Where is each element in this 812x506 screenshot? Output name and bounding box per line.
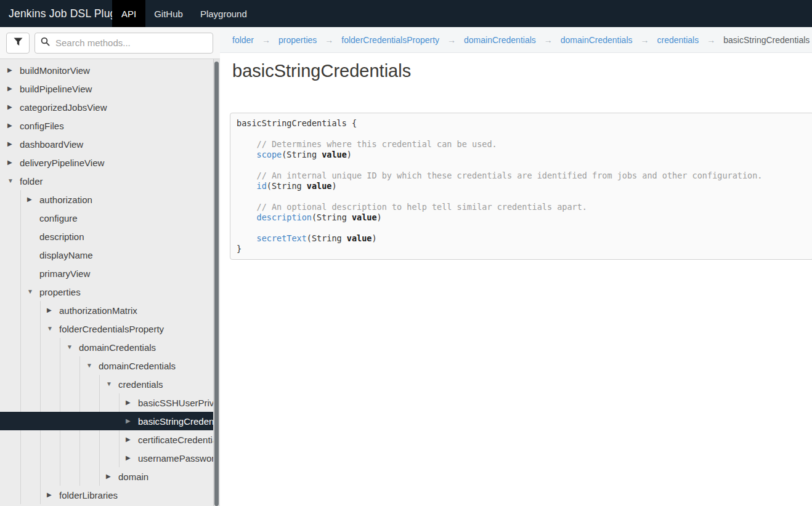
tree-item-categorizedJobsView-2[interactable]: ▶categorizedJobsView: [0, 98, 213, 116]
code-text: [237, 212, 257, 222]
sidebar-scrollbar[interactable]: [213, 59, 220, 506]
tree-item-certificateCredentials-20[interactable]: ▶certificateCredentials: [0, 430, 213, 449]
code-method-id[interactable]: id: [257, 181, 267, 191]
tree-toggle-icon[interactable]: ▶: [7, 159, 20, 166]
breadcrumb-link-credentials-5[interactable]: credentials: [657, 35, 699, 45]
tree-item-label: folderLibraries: [59, 490, 118, 500]
tree-toggle-icon[interactable]: ▶: [126, 418, 138, 424]
tree-item-domain-22[interactable]: ▶domain: [0, 467, 213, 486]
tree-item-label: domainCredentials: [79, 342, 156, 353]
tree-item-domainCredentials-16[interactable]: ▼domainCredentials: [0, 356, 213, 375]
code-text: ): [347, 150, 352, 159]
tree-item-buildPipelineView-1[interactable]: ▶buildPipelineView: [0, 79, 213, 98]
tree-toggle-icon[interactable]: ▶: [47, 307, 59, 313]
tree-toggle-icon[interactable]: ▼: [67, 344, 79, 350]
filter-button[interactable]: [6, 33, 30, 54]
method-tree: ▶buildMonitorView▶buildPipelineView▶cate…: [0, 59, 213, 506]
code-line: secretText(String value): [237, 233, 807, 244]
code-text: [237, 150, 257, 159]
tree-item-label: buildPipelineView: [20, 84, 92, 94]
nav-item-github[interactable]: GitHub: [145, 0, 192, 27]
navbar-menu: APIGitHubPlayground: [112, 0, 256, 27]
funnel-icon: [14, 38, 23, 48]
code-method-secretText[interactable]: secretText: [257, 233, 307, 243]
tree-item-authorizationMatrix-13[interactable]: ▶authorizationMatrix: [0, 301, 213, 319]
tree-toggle-icon[interactable]: ▼: [86, 363, 99, 369]
tree-item-label: certificateCredentials: [138, 435, 213, 445]
tree-toggle-icon[interactable]: ▶: [7, 122, 20, 129]
tree-toggle-icon[interactable]: ▶: [106, 473, 118, 480]
tree-toggle-icon[interactable]: ▶: [47, 492, 59, 498]
tree-toggle-icon[interactable]: ▼: [47, 326, 59, 332]
tree-item-label: domain: [118, 472, 148, 482]
breadcrumb-separator-icon: →: [641, 35, 649, 45]
breadcrumb-separator-icon: →: [707, 35, 715, 45]
code-line: [237, 160, 807, 171]
search-icon: [41, 37, 50, 49]
tree-item-buildMonitorView-0[interactable]: ▶buildMonitorView: [0, 61, 213, 79]
tree-toggle-icon[interactable]: ▼: [27, 289, 39, 295]
breadcrumb-separator-icon: →: [544, 35, 553, 45]
tree-toggle-icon[interactable]: ▶: [126, 400, 138, 406]
tree-toggle-icon[interactable]: ▼: [7, 178, 20, 184]
tree-item-basicSSHUserPrivateKey-18[interactable]: ▶basicSSHUserPrivateKey: [0, 393, 213, 412]
tree-item-description-9[interactable]: description: [0, 227, 213, 246]
tree-item-label: authorizationMatrix: [59, 305, 137, 316]
search-input[interactable]: [54, 37, 207, 49]
tree-item-deliveryPipelineView-5[interactable]: ▶deliveryPipelineView: [0, 153, 213, 172]
code-method-description[interactable]: description: [257, 212, 312, 222]
tree-item-label: description: [39, 231, 84, 242]
breadcrumb-link-domainCredentials-3[interactable]: domainCredentials: [464, 35, 536, 45]
breadcrumb-link-folderCredentialsProperty-2[interactable]: folderCredentialsProperty: [341, 35, 439, 45]
tree-item-domainCredentials-15[interactable]: ▼domainCredentials: [0, 338, 213, 356]
tree-item-folder-6[interactable]: ▼folder: [0, 172, 213, 190]
tree-item-label: displayName: [39, 250, 93, 260]
tree-item-folderLibraries-23[interactable]: ▶folderLibraries: [0, 486, 213, 504]
breadcrumb-link-folder-0[interactable]: folder: [232, 35, 254, 45]
tree-item-authorization-7[interactable]: ▶authorization: [0, 190, 213, 209]
main-content: folder→properties→folderCredentialsPrope…: [220, 27, 812, 506]
breadcrumb-link-domainCredentials-4[interactable]: domainCredentials: [561, 35, 633, 45]
code-comment: // An internal unique ID by which these …: [237, 171, 762, 180]
tree-toggle-icon[interactable]: ▶: [7, 86, 20, 92]
breadcrumb: folder→properties→folderCredentialsPrope…: [220, 27, 812, 53]
tree-toggle-icon[interactable]: ▶: [126, 455, 138, 461]
tree-item-displayName-10[interactable]: displayName: [0, 246, 213, 264]
tree-item-dashboardView-4[interactable]: ▶dashboardView: [0, 135, 213, 153]
code-line: }: [237, 244, 807, 254]
nav-item-api[interactable]: API: [112, 0, 145, 27]
tree-item-configFiles-3[interactable]: ▶configFiles: [0, 116, 213, 135]
nav-item-playground[interactable]: Playground: [192, 0, 256, 27]
tree-toggle-icon[interactable]: ▶: [7, 141, 20, 147]
tree-toggle-icon[interactable]: ▼: [106, 381, 118, 387]
code-text: (String: [267, 181, 307, 191]
breadcrumb-link-properties-1[interactable]: properties: [278, 35, 317, 45]
code-text: ): [371, 233, 376, 243]
breadcrumb-separator-icon: →: [262, 35, 270, 45]
code-comment: // An optional description to help tell …: [237, 202, 587, 212]
code-param: value: [322, 150, 347, 159]
search-box[interactable]: [35, 33, 213, 54]
breadcrumb-separator-icon: →: [447, 35, 456, 45]
tree-item-label: deliveryPipelineView: [20, 158, 104, 168]
tree-toggle-icon[interactable]: ▶: [27, 196, 39, 203]
tree-toggle-icon[interactable]: ▶: [7, 67, 20, 73]
tree-item-basicStringCredentials-19[interactable]: ▶basicStringCredentials: [0, 412, 213, 430]
tree-item-usernamePassword-21[interactable]: ▶usernamePassword: [0, 449, 213, 467]
tree-item-folderCredentialsProperty-14[interactable]: ▼folderCredentialsProperty: [0, 319, 213, 338]
code-text: basicStringCredentials {: [237, 118, 357, 128]
breadcrumb-separator-icon: →: [325, 35, 333, 45]
tree-item-label: authorization: [39, 195, 92, 205]
tree-item-properties-12[interactable]: ▼properties: [0, 283, 213, 301]
code-method-scope[interactable]: scope: [257, 150, 282, 159]
tree-item-label: configFiles: [20, 121, 64, 131]
tree-toggle-icon[interactable]: ▶: [7, 104, 20, 110]
tree-item-primaryView-11[interactable]: primaryView: [0, 264, 213, 283]
tree-item-label: properties: [39, 287, 81, 297]
sidebar: ▶buildMonitorView▶buildPipelineView▶cate…: [0, 27, 220, 506]
tree-item-configure-8[interactable]: configure: [0, 209, 213, 227]
scrollbar-thumb[interactable]: [214, 62, 219, 506]
tree-toggle-icon[interactable]: ▶: [126, 436, 138, 443]
code-line: [237, 129, 807, 139]
tree-item-credentials-17[interactable]: ▼credentials: [0, 375, 213, 393]
